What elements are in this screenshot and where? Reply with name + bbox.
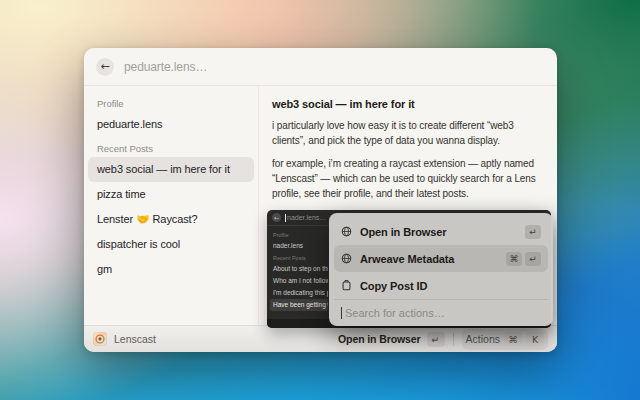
footer-actions: Open in Browser ↵ Actions ⌘ K [338, 329, 548, 350]
return-key-badge: ↵ [427, 332, 445, 347]
embedded-search-caret [341, 307, 342, 319]
post-detail-pane: web3 social — im here for it i particula… [259, 86, 557, 325]
embedded-section-label: Profile [270, 229, 328, 240]
search-input[interactable]: peduarte.lens… [124, 60, 207, 74]
menu-item-label: Arweave Metadata [360, 253, 454, 265]
window-header: ← peduarte.lens… [84, 48, 557, 86]
post-title: web3 social — im here for it [272, 98, 547, 110]
embedded-actions-search: Search for actions… [334, 299, 548, 326]
globe-icon [341, 253, 352, 264]
post-paragraph: for example, i’m creating a raycast exte… [272, 156, 547, 201]
window-footer: Lenscast Open in Browser ↵ Actions ⌘ K [84, 325, 557, 352]
sidebar-item-post-gm[interactable]: gm [88, 257, 254, 282]
window-body: Profile peduarte.lens Recent Posts web3 … [84, 86, 557, 325]
embedded-menu-item-open-in-browser: Open in Browser ↵ [334, 218, 548, 245]
back-icon: ← [100, 60, 109, 73]
sidebar-item-post-lenster-raycast[interactable]: Lenster 🤝 Raycast? [88, 207, 254, 232]
clipboard-icon [341, 280, 352, 291]
back-button[interactable]: ← [96, 58, 114, 76]
embedded-list-item: nader.lens [270, 240, 328, 252]
embedded-text-caret [285, 214, 286, 222]
cmd-key-badge: ⌘ [506, 252, 522, 266]
primary-action-button[interactable]: Open in Browser [338, 333, 421, 345]
lenscast-logo-icon [93, 332, 107, 346]
shortcut-keys: ↵ [525, 225, 541, 239]
sidebar-item-post-pizza-time[interactable]: pizza time [88, 182, 254, 207]
cmd-key-badge: ⌘ [504, 332, 522, 347]
footer-divider [453, 333, 454, 346]
embedded-search-text: nader.lens… [287, 214, 326, 221]
sidebar-item-post-dispatcher[interactable]: dispatcher is cool [88, 232, 254, 257]
lenscast-window: ← peduarte.lens… Profile peduarte.lens R… [84, 48, 557, 352]
embedded-menu-item-copy-post-id: Copy Post ID [334, 272, 548, 299]
menu-item-label: Open in Browser [360, 226, 447, 238]
actions-search-placeholder: Search for actions… [345, 307, 445, 319]
k-key-badge: K [526, 332, 544, 347]
embedded-sidebar: Profile nader.lens Recent Posts About to… [267, 226, 331, 314]
embedded-list-item: About to step on this s [270, 263, 328, 275]
post-paragraph: i particularly love how easy it is to cr… [272, 118, 547, 148]
app-name: Lenscast [114, 333, 156, 345]
embedded-actions-menu: Open in Browser ↵ Arweave Metadata ⌘ ↵ [329, 213, 553, 326]
actions-button[interactable]: Actions ⌘ K [462, 329, 548, 350]
section-label-profile: Profile [88, 92, 254, 112]
sidebar: Profile peduarte.lens Recent Posts web3 … [84, 86, 259, 325]
sidebar-item-post-web3-social[interactable]: web3 social — im here for it [88, 157, 254, 182]
return-key-badge: ↵ [525, 225, 541, 239]
embedded-back-icon: ← [272, 213, 281, 222]
return-key-badge: ↵ [525, 252, 541, 266]
shortcut-keys: ⌘ ↵ [506, 252, 541, 266]
actions-button-label: Actions [466, 333, 500, 345]
embedded-list-item: Who am I not following [270, 275, 328, 287]
sidebar-item-profile[interactable]: peduarte.lens [88, 112, 254, 137]
embedded-screenshot: ← nader.lens… Profile nader.lens Recent … [267, 210, 551, 328]
section-label-recent-posts: Recent Posts [88, 137, 254, 157]
globe-icon [341, 226, 352, 237]
embedded-menu-item-arweave-metadata: Arweave Metadata ⌘ ↵ [334, 245, 548, 272]
menu-item-label: Copy Post ID [360, 280, 427, 292]
embedded-section-label: Recent Posts [270, 252, 328, 263]
embedded-list-item: Have been getting way [270, 299, 328, 311]
embedded-list-item: I'm dedicating this pos [270, 287, 328, 299]
